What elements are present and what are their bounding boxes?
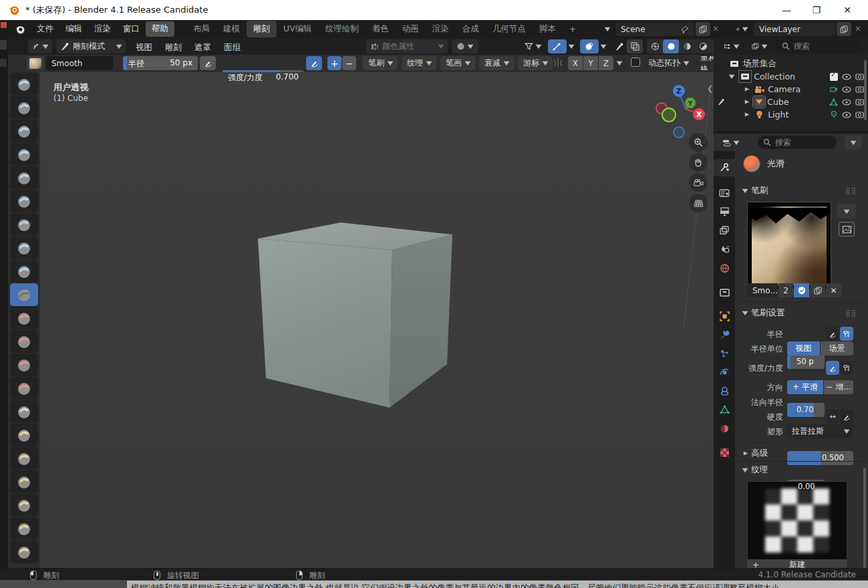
brush-smooth[interactable] bbox=[10, 283, 38, 306]
pan-tool-button[interactable] bbox=[689, 153, 708, 172]
tab-texture-properties[interactable] bbox=[714, 444, 735, 461]
navigation-gizmo[interactable]: Z Y X bbox=[655, 79, 708, 139]
fake-user-shield-toggle[interactable] bbox=[794, 283, 809, 297]
collection-row[interactable]: ▼ Collection ✓ bbox=[714, 70, 868, 83]
brush-nudge[interactable] bbox=[10, 517, 38, 540]
tab-particle-properties[interactable] bbox=[714, 345, 735, 362]
texture-preview[interactable] bbox=[747, 481, 847, 560]
brush-crease[interactable] bbox=[10, 260, 38, 283]
tab-animation[interactable]: 动画 bbox=[396, 21, 426, 37]
brush-thumbnail-button[interactable] bbox=[27, 56, 44, 70]
menu-edit[interactable]: 编辑 bbox=[59, 21, 88, 37]
hardness-pen-icon[interactable] bbox=[840, 410, 853, 424]
cube-object[interactable] bbox=[40, 72, 714, 568]
properties-options-button[interactable]: ▼ bbox=[845, 136, 862, 149]
tab-material-properties[interactable] bbox=[714, 420, 735, 437]
radius-pressure-button[interactable] bbox=[200, 56, 216, 70]
collection-checkbox[interactable]: ✓ bbox=[830, 73, 838, 81]
popover-stroke[interactable]: 笔画▼ bbox=[440, 56, 475, 70]
overlays-dropdown-icon[interactable]: ▼ bbox=[601, 43, 607, 49]
brush-clay-thumb[interactable] bbox=[10, 166, 38, 189]
brush-breadcrumb-icon[interactable] bbox=[743, 155, 760, 172]
properties-search-input[interactable]: 搜索 bbox=[758, 136, 837, 149]
close-button[interactable]: ✕ bbox=[832, 0, 863, 20]
menu-file[interactable]: 文件 bbox=[31, 21, 59, 37]
light-data-icon[interactable] bbox=[830, 110, 838, 119]
popover-cursor[interactable]: 游标▼ bbox=[518, 56, 553, 70]
properties-display-mode[interactable]: ▼ bbox=[718, 136, 743, 150]
render-camera-icon[interactable] bbox=[855, 98, 864, 106]
camera-view-button[interactable] bbox=[689, 173, 708, 192]
matcap-ball-selector[interactable]: ▼ bbox=[452, 39, 478, 53]
tab-compositing[interactable]: 合成 bbox=[456, 21, 486, 37]
props-radius-slider[interactable]: 50 p bbox=[787, 355, 825, 369]
tab-collection-properties[interactable] bbox=[714, 283, 735, 301]
sidebar-collapse-icon[interactable]: ❮ bbox=[707, 84, 713, 93]
deform-target-dropdown[interactable]: 拉普拉斯▼ bbox=[787, 424, 853, 438]
add-workspace-button[interactable]: + bbox=[563, 21, 583, 37]
tab-texture-paint[interactable]: 纹理绘制 bbox=[319, 21, 366, 37]
brush-pose[interactable] bbox=[10, 494, 38, 517]
radius-unit-view-button[interactable]: 视图 bbox=[787, 341, 820, 355]
light-object-row[interactable]: ▼ Light bbox=[714, 108, 868, 121]
scene-copy-button[interactable] bbox=[696, 22, 710, 36]
hide-eye-icon[interactable] bbox=[842, 112, 851, 118]
dyntopo-checkbox[interactable] bbox=[631, 57, 640, 67]
brush-rotate[interactable] bbox=[10, 541, 38, 563]
tab-modeling[interactable]: 建模 bbox=[216, 21, 247, 37]
tab-scene-properties[interactable] bbox=[714, 241, 735, 258]
viewlayer-unlink-icon[interactable]: ✕ bbox=[855, 24, 861, 33]
tab-uv-editing[interactable]: UV编辑 bbox=[277, 21, 319, 37]
brush-clay-strips[interactable] bbox=[10, 143, 38, 166]
brush-thumb[interactable] bbox=[10, 470, 38, 493]
brush-draw[interactable] bbox=[10, 73, 38, 96]
hardness-invert-icon[interactable]: ↔ bbox=[826, 410, 839, 424]
menu-help[interactable]: 帮助 bbox=[146, 21, 174, 37]
shading-rendered-button[interactable] bbox=[695, 39, 711, 53]
props-strength-slider[interactable]: 0.70 bbox=[787, 403, 825, 417]
viewlayer-copy-button[interactable] bbox=[837, 22, 851, 36]
color-attribute-selector[interactable]: 颜色属性 ▼ bbox=[366, 39, 448, 53]
hide-eye-icon[interactable] bbox=[842, 74, 851, 80]
properties-scrollbar[interactable] bbox=[863, 468, 866, 568]
direction-enhance-button[interactable]: − 增... bbox=[824, 380, 853, 394]
brush-multiplane-scrape[interactable] bbox=[10, 353, 38, 376]
brush-settings-header[interactable]: ▼笔刷设置 ⣿⣿ bbox=[743, 307, 857, 319]
render-camera-icon[interactable] bbox=[855, 73, 864, 80]
tab-geometry-nodes[interactable]: 几何节点 bbox=[486, 21, 533, 37]
radius-pressure-icon[interactable] bbox=[840, 327, 853, 341]
shading-wireframe-button[interactable] bbox=[647, 39, 663, 53]
menu-window[interactable]: 窗口 bbox=[117, 21, 146, 37]
render-camera-icon[interactable] bbox=[855, 86, 864, 93]
brush-copy-button[interactable] bbox=[810, 283, 825, 297]
outliner-scrollbar[interactable] bbox=[864, 60, 867, 120]
scene-selector[interactable]: Scene bbox=[615, 22, 694, 36]
show-gizmo-toggle[interactable] bbox=[548, 39, 567, 53]
hide-eye-icon[interactable] bbox=[842, 99, 851, 106]
menu-view[interactable]: 视图 bbox=[130, 40, 158, 55]
radius-pen-icon[interactable] bbox=[826, 327, 839, 341]
camera-data-icon[interactable] bbox=[830, 86, 838, 93]
symmetry-dropdown-icon[interactable]: ▼ bbox=[617, 60, 623, 66]
strength-pen-icon[interactable] bbox=[826, 361, 839, 375]
tab-object-properties[interactable] bbox=[714, 307, 735, 325]
show-overlays-toggle[interactable] bbox=[580, 39, 599, 53]
visibility-popover[interactable]: ▼ bbox=[520, 39, 545, 53]
brush-datablock-name[interactable]: Smo... bbox=[747, 283, 778, 297]
brush-layer[interactable] bbox=[10, 190, 38, 212]
brush-pinch[interactable] bbox=[10, 377, 38, 400]
shading-material-button[interactable] bbox=[679, 39, 695, 53]
brush-panel-header[interactable]: ▼笔刷 ⣿⣿ bbox=[743, 185, 857, 196]
editor-type-button[interactable]: ▼ bbox=[28, 39, 52, 53]
brush-add-button[interactable]: + bbox=[327, 56, 341, 70]
viewport-3d[interactable]: 用户透视 (1) Cube bbox=[40, 72, 714, 568]
zoom-tool-button[interactable] bbox=[689, 133, 708, 152]
tab-world-properties[interactable] bbox=[714, 259, 735, 277]
brush-snake-hook[interactable] bbox=[10, 447, 38, 470]
mode-selector[interactable]: 雕刻模式 ▼ bbox=[56, 39, 126, 53]
outliner-search-input[interactable]: 搜索 bbox=[776, 39, 861, 53]
brush-scrape[interactable] bbox=[10, 330, 38, 353]
strength-pressure-button[interactable] bbox=[306, 56, 322, 70]
tab-layout[interactable]: 布局 bbox=[186, 21, 216, 37]
popover-dyntopo[interactable]: 动态拓扑▼ bbox=[643, 56, 694, 70]
